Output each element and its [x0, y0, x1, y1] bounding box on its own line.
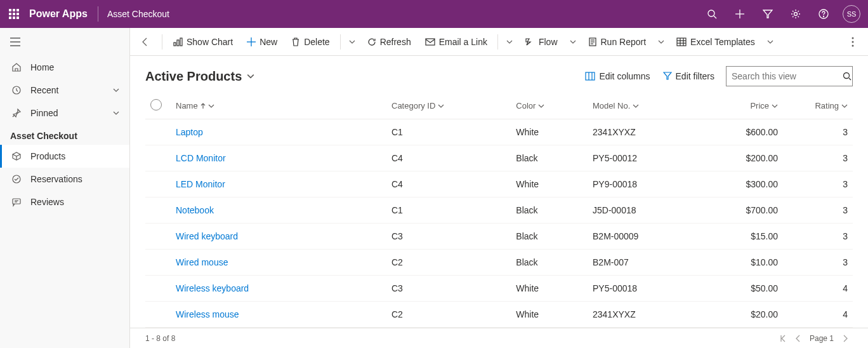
column-header-rating[interactable]: Rating	[783, 93, 853, 119]
select-all-checkbox[interactable]	[150, 99, 162, 110]
email-split-chevron[interactable]	[502, 32, 517, 52]
cell-rating: 3	[783, 224, 853, 250]
flow-button[interactable]: Flow	[518, 32, 564, 52]
sidebar-item-recent[interactable]: Recent	[0, 79, 129, 102]
table-row[interactable]: LED MonitorC4WhitePY9-00018$300.003	[145, 171, 853, 197]
record-link[interactable]: Laptop	[176, 127, 203, 137]
run-report-chevron[interactable]	[654, 32, 669, 52]
waffle-icon[interactable]	[8, 8, 20, 20]
cell-model: B2M-007	[588, 250, 699, 276]
run-report-button[interactable]: Run Report	[582, 32, 653, 52]
cell-color: Black	[511, 224, 588, 250]
table-row[interactable]: Wireless mouseC2White2341XYXZ$20.004	[145, 302, 853, 328]
table-row[interactable]: LaptopC1White2341XYXZ$600.003	[145, 119, 853, 145]
record-link[interactable]: Wired keyboard	[176, 231, 238, 241]
flow-chevron[interactable]	[565, 32, 581, 52]
table-row[interactable]: Wired mouseC2BlackB2M-007$10.003	[145, 250, 853, 276]
search-box[interactable]	[726, 66, 853, 86]
edit-columns-button[interactable]: Edit columns	[579, 66, 656, 86]
svg-point-42	[852, 41, 854, 43]
more-commands-button[interactable]	[843, 32, 863, 52]
data-grid: Name Category ID Color Model No. Price R…	[145, 93, 853, 328]
column-header-name[interactable]: Name	[171, 93, 386, 119]
record-link[interactable]: Wireless keyboard	[176, 283, 249, 293]
cell-category: C1	[386, 197, 511, 224]
flow-icon	[525, 37, 535, 46]
svg-point-16	[824, 17, 824, 17]
package-icon	[10, 151, 23, 161]
sidebar-item-pinned[interactable]: Pinned	[0, 102, 129, 124]
record-link[interactable]: Notebook	[176, 205, 214, 215]
funnel-icon	[663, 72, 672, 81]
record-link[interactable]: Wired mouse	[176, 257, 228, 267]
svg-point-9	[708, 10, 714, 17]
cell-name: Laptop	[171, 119, 386, 145]
cell-color: Black	[511, 145, 588, 171]
hamburger-icon[interactable]	[0, 28, 129, 56]
excel-chevron[interactable]	[763, 32, 778, 52]
back-button[interactable]	[135, 32, 155, 52]
chevron-down-icon	[841, 103, 848, 109]
avatar-initials: SS	[847, 10, 857, 18]
search-icon[interactable]	[698, 0, 726, 28]
sidebar-item-label: Reservations	[30, 174, 119, 184]
sidebar: Home Recent Pinned Asset Checkout Produc…	[0, 28, 130, 348]
new-button[interactable]: New	[240, 32, 284, 52]
column-header-category[interactable]: Category ID	[386, 93, 511, 119]
table-row[interactable]: NotebookC1BlackJ5D-00018$700.003	[145, 197, 853, 224]
svg-rect-1	[13, 9, 15, 11]
trash-icon	[291, 37, 300, 46]
grid-wrapper: Name Category ID Color Model No. Price R…	[130, 93, 868, 328]
view-selector-chevron[interactable]	[247, 72, 254, 80]
refresh-icon	[367, 37, 376, 46]
svg-rect-26	[174, 43, 176, 46]
svg-rect-4	[13, 13, 15, 15]
sidebar-item-reviews[interactable]: Reviews	[0, 191, 129, 213]
cell-price: $20.00	[699, 302, 783, 328]
svg-point-22	[13, 175, 20, 183]
cell-name: LCD Monitor	[171, 145, 386, 171]
excel-templates-button[interactable]: Excel Templates	[670, 32, 761, 52]
record-link[interactable]: LCD Monitor	[176, 153, 226, 163]
cell-name: Wired keyboard	[171, 224, 386, 250]
avatar[interactable]: SS	[843, 5, 860, 23]
cmd-label: Edit columns	[599, 71, 650, 81]
sidebar-item-label: Recent	[30, 85, 113, 95]
delete-button[interactable]: Delete	[285, 32, 336, 52]
column-label: Rating	[815, 101, 839, 110]
sidebar-item-products[interactable]: Products	[0, 145, 129, 168]
email-link-button[interactable]: Email a Link	[419, 32, 494, 52]
gear-icon[interactable]	[782, 0, 810, 28]
add-icon[interactable]	[726, 0, 754, 28]
cell-model: B2M-00009	[588, 224, 699, 250]
refresh-button[interactable]: Refresh	[361, 32, 418, 52]
sidebar-item-label: Products	[30, 151, 119, 161]
column-label: Category ID	[391, 101, 435, 110]
filter-icon[interactable]	[754, 0, 782, 28]
first-page-button[interactable]	[775, 331, 791, 346]
record-link[interactable]: LED Monitor	[176, 179, 225, 189]
svg-rect-36	[677, 38, 686, 46]
table-row[interactable]: Wireless keyboardC3WhitePY5-00018$50.004	[145, 276, 853, 302]
cmd-label: New	[260, 37, 277, 47]
edit-filters-button[interactable]: Edit filters	[657, 66, 721, 86]
table-row[interactable]: LCD MonitorC4BlackPY5-00012$200.003	[145, 145, 853, 171]
record-link[interactable]: Wireless mouse	[176, 309, 239, 319]
prev-page-button[interactable]	[791, 331, 806, 346]
grid-footer: 1 - 8 of 8 Page 1	[130, 328, 868, 348]
sidebar-item-home[interactable]: Home	[0, 56, 129, 79]
delete-split-chevron[interactable]	[345, 32, 360, 52]
svg-marker-13	[763, 10, 772, 18]
row-select-cell	[145, 250, 171, 276]
column-header-color[interactable]: Color	[511, 93, 588, 119]
search-input[interactable]	[732, 71, 843, 81]
cell-name: Wired mouse	[171, 250, 386, 276]
show-chart-button[interactable]: Show Chart	[166, 32, 239, 52]
cell-model: PY5-00018	[588, 276, 699, 302]
table-row[interactable]: Wired keyboardC3BlackB2M-00009$15.003	[145, 224, 853, 250]
sidebar-item-reservations[interactable]: Reservations	[0, 168, 129, 191]
help-icon[interactable]	[810, 0, 838, 28]
column-header-model[interactable]: Model No.	[588, 93, 699, 119]
next-page-button[interactable]	[838, 331, 853, 346]
column-header-price[interactable]: Price	[699, 93, 783, 119]
